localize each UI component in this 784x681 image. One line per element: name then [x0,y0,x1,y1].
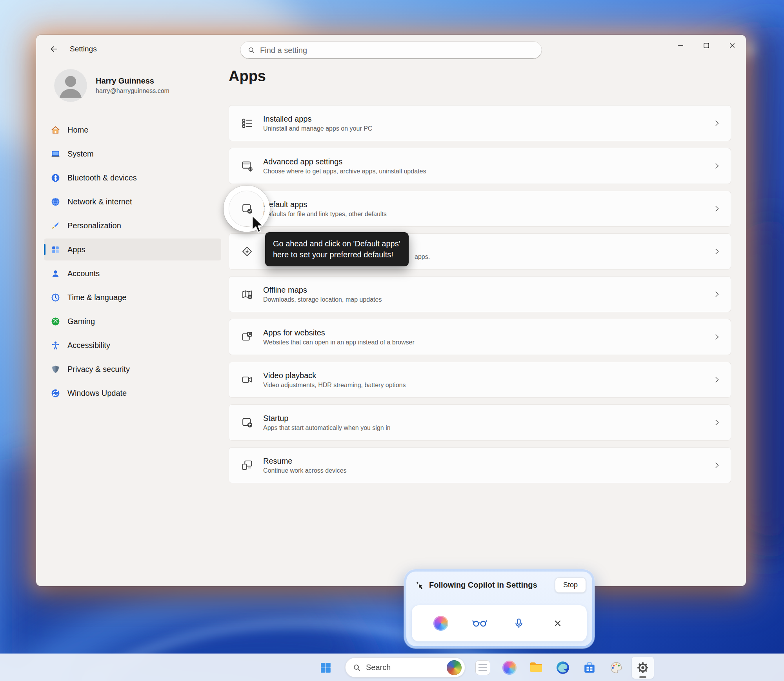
chevron-right-icon [713,333,721,341]
offline-maps-icon [238,288,256,300]
home-icon [50,125,60,135]
card-description: Continue work across devices [263,467,347,475]
card-default-apps[interactable]: Default appsDefaults for file and link t… [229,191,731,227]
sidebar-item-personalization[interactable]: Personalization [44,215,221,237]
bluetooth-icon [50,173,60,183]
card-resume[interactable]: ResumeContinue work across devices [229,447,731,483]
sidebar-item-bluetooth-devices[interactable]: Bluetooth & devices [44,167,221,189]
chevron-right-icon [713,461,721,470]
sidebar-item-label: Windows Update [67,389,127,398]
close-button[interactable] [719,35,745,56]
settings-window: Settings Ha [36,35,746,586]
card-title: Apps for websites [263,328,415,337]
card-startup[interactable]: StartupApps that start automatically whe… [229,404,731,441]
taskbar-settings-button[interactable] [632,657,654,679]
search-input[interactable] [260,46,535,55]
desktop: Settings Ha [0,0,784,681]
close-session-button[interactable] [548,613,568,634]
taskbar-search-label: Search [366,663,442,672]
sidebar-item-label: Personalization [67,221,121,230]
installed-apps-icon [238,117,256,129]
default-apps-icon [238,202,256,215]
copilot-panel-header: Following Copilot in Settings Stop [406,572,592,596]
page-title: Apps [229,68,266,85]
sidebar-item-label: Time & language [67,293,126,302]
search-highlight-image [447,660,462,675]
get-apps-icon [238,245,256,258]
chevron-right-icon [713,247,721,256]
sidebar-item-network-internet[interactable]: Network & internet [44,191,221,213]
card-description: Websites that can open in an app instead… [263,339,415,346]
window-title: Settings [70,40,97,58]
taskbar-search[interactable]: Search [345,657,465,677]
copilot-logo-button[interactable] [431,613,451,634]
sidebar-item-accessibility[interactable]: Accessibility [44,334,221,356]
taskbar-items: Search [316,654,656,681]
user-profile[interactable]: Harry Guinness harry@harryguinness.com [54,69,169,102]
edge-icon [555,660,570,675]
card-advanced-app-settings[interactable]: Advanced app settingsChoose where to get… [229,148,731,184]
taskbar-edge-button[interactable] [552,657,574,679]
chevron-right-icon [713,418,721,427]
profile-name: Harry Guinness [96,76,169,86]
sidebar-item-home[interactable]: Home [44,119,221,141]
back-button[interactable] [45,40,63,58]
chevron-right-icon [713,162,721,170]
microphone-button[interactable] [509,613,529,634]
apps-icon [50,244,60,255]
card-title: Offline maps [263,285,382,295]
settings-gear-icon [636,661,650,675]
accessibility-icon [50,340,60,350]
taskbar-copilot-button[interactable] [498,657,520,679]
card-title: Advanced app settings [263,157,426,166]
chevron-right-icon [713,204,721,213]
stop-button[interactable]: Stop [555,577,586,593]
coach-tooltip-text: Go ahead and click on 'Default apps' her… [273,239,400,259]
time-language-icon [50,292,60,302]
sidebar-item-privacy-security[interactable]: Privacy & security [44,358,221,380]
sidebar-item-apps[interactable]: Apps [44,239,221,260]
copilot-icon [502,661,517,675]
start-button[interactable] [316,657,335,679]
sidebar-item-system[interactable]: System [44,143,221,165]
maximize-button[interactable] [693,35,719,56]
resume-icon [238,459,256,472]
apps-for-websites-icon [238,331,256,343]
copilot-panel-inner: Following Copilot in Settings Stop [406,572,592,646]
sidebar-item-time-language[interactable]: Time & language [44,286,221,308]
advanced-app-settings-icon [238,160,256,172]
card-offline-maps[interactable]: Offline mapsDownloads, storage location,… [229,276,731,312]
microphone-icon [513,618,524,629]
card-description: Downloads, storage location, map updates [263,296,382,304]
chevron-right-icon [713,290,721,299]
taskbar-file-explorer-button[interactable] [525,657,547,679]
card-video-playback[interactable]: Video playbackVideo adjustments, HDR str… [229,362,731,398]
vision-glasses-icon [472,619,487,628]
sidebar-item-gaming[interactable]: Gaming [44,310,221,332]
minimize-button[interactable] [668,35,693,56]
settings-card-list: Installed appsUninstall and manage apps … [229,105,731,490]
card-installed-apps[interactable]: Installed appsUninstall and manage apps … [229,105,731,141]
chevron-right-icon [713,375,721,384]
sidebar-item-label: Privacy & security [67,365,130,374]
caption-buttons [668,35,745,56]
taskbar-paint-button[interactable] [605,657,627,679]
card-apps-for-websites[interactable]: Apps for websitesWebsites that can open … [229,319,731,355]
windows-start-icon [319,661,332,674]
taskbar-store-button[interactable] [578,657,600,679]
taskbar: Search [0,654,784,681]
vision-glasses-button[interactable] [469,613,490,634]
sidebar-nav: Home System Bluetooth & devices Network … [44,119,221,406]
copilot-status-label: Following Copilot in Settings [429,581,550,590]
sidebar-item-windows-update[interactable]: Windows Update [44,382,221,404]
search-icon [247,46,255,54]
sidebar-item-accounts[interactable]: Accounts [44,262,221,284]
sidebar-item-label: Gaming [67,317,95,326]
close-icon [728,41,737,50]
search-icon [353,663,361,672]
card-description: Video adjustments, HDR streaming, batter… [263,381,406,389]
taskbar-app-icon-1[interactable] [472,657,494,679]
sidebar-item-label: Accessibility [67,341,110,350]
startup-icon [238,416,256,429]
personalization-icon [50,220,60,231]
